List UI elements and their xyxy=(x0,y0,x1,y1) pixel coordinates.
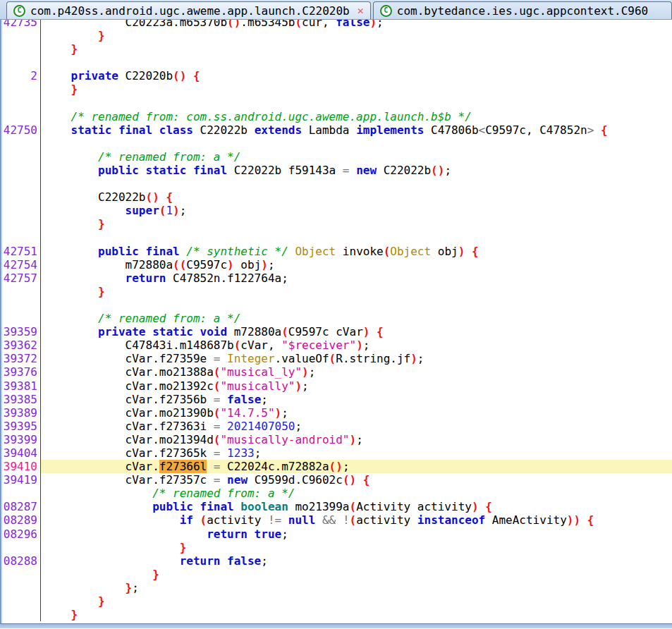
code-token xyxy=(288,245,295,258)
code-line[interactable]: 2 private C22020b() { xyxy=(0,69,672,83)
tab-class-c22020b[interactable]: C com.p420ss.android.ugc.aweme.app.launc… xyxy=(6,1,371,19)
code-editor[interactable]: 42735 C20223a.m65370b().m65345b(cur, fal… xyxy=(0,20,672,623)
code-line[interactable]: } xyxy=(0,594,672,608)
code-line[interactable]: 08289 if (activity != null && !(activity… xyxy=(0,513,672,527)
code-text: }; xyxy=(41,581,672,594)
code-line-highlighted[interactable]: 39410 cVar.f27366l = C22024c.m72882a(); xyxy=(0,460,672,473)
code-line[interactable]: 39399 cVar.mo21394d("musically-android")… xyxy=(0,433,672,446)
code-token: { xyxy=(377,325,384,338)
code-line[interactable]: 42751 public final /* synthetic */ Objec… xyxy=(0,245,672,258)
code-token: Lambda xyxy=(302,123,356,137)
code-line[interactable]: }; xyxy=(0,581,672,594)
code-token: { xyxy=(193,69,200,83)
code-token: boolean xyxy=(240,500,288,513)
code-line[interactable]: 39404 cVar.f27365k = 1233; xyxy=(0,446,672,460)
code-token: cVar.f27365k xyxy=(44,446,214,460)
line-number: 39359 xyxy=(0,325,41,338)
code-line[interactable]: 08287 public final boolean mo21399a(Acti… xyxy=(0,500,672,513)
line-number xyxy=(0,581,41,594)
code-line[interactable]: 39381 cVar.mo21392c("musically"); xyxy=(0,379,672,393)
code-token: 1 xyxy=(166,204,173,217)
code-line[interactable]: /* renamed from: a */ xyxy=(0,312,672,325)
code-token: ; xyxy=(261,554,268,568)
code-token: extends xyxy=(255,123,302,137)
code-line[interactable]: } xyxy=(0,541,672,554)
code-token: ; xyxy=(309,365,316,379)
code-token: () xyxy=(146,190,159,204)
code-line[interactable]: 42757 return C47852n.f122764a; xyxy=(0,271,672,285)
code-line[interactable]: 39385 cVar.f27356b = false; xyxy=(0,393,672,406)
code-text: C20223a.m65370b().m65345b(cur, false); xyxy=(41,20,672,29)
line-number: 42735 xyxy=(0,20,41,29)
code-line[interactable]: 39419 cVar.f27357c = new C9599d.C9602c()… xyxy=(0,473,672,487)
code-token: ) xyxy=(356,338,363,352)
code-line[interactable]: super(1); xyxy=(0,204,672,217)
code-token: m72880a xyxy=(227,325,281,338)
code-token xyxy=(220,393,227,406)
line-number xyxy=(0,487,41,500)
code-line[interactable] xyxy=(0,298,672,312)
code-text: } xyxy=(41,29,672,42)
code-line[interactable]: 42754 m72880a((C9597c) obj); xyxy=(0,258,672,271)
tab-class-c960[interactable]: C com.bytedance.ies.ugc.appcontext.C960 xyxy=(373,1,672,19)
code-line[interactable] xyxy=(0,231,672,245)
code-token: mo21399a xyxy=(288,500,350,513)
code-line[interactable] xyxy=(0,97,672,110)
line-number: 42757 xyxy=(0,271,41,285)
code-text: private C22020b() { xyxy=(41,69,672,83)
code-text: cVar.f27365k = 1233; xyxy=(41,446,672,460)
code-token: } xyxy=(44,42,78,56)
code-line[interactable]: 39362 C47843i.m148687b(cVar, "$receiver"… xyxy=(0,338,672,352)
code-token: "$receiver" xyxy=(281,338,356,352)
code-token: ( xyxy=(329,352,336,365)
line-number: 39395 xyxy=(0,420,41,433)
code-line[interactable]: } xyxy=(0,568,672,581)
code-token: ) xyxy=(295,379,302,393)
code-token: Object xyxy=(390,245,431,258)
code-line[interactable]: public static final C22022b f59143a = ne… xyxy=(0,164,672,177)
line-number: 08296 xyxy=(0,527,41,541)
code-line[interactable] xyxy=(0,137,672,150)
code-token: () xyxy=(329,460,343,473)
code-line[interactable]: C22022b() { xyxy=(0,190,672,204)
code-token: ) xyxy=(369,20,377,29)
code-line[interactable] xyxy=(0,177,672,190)
code-token: } xyxy=(44,83,78,96)
code-line[interactable]: 39376 cVar.mo21388a("musical_ly"); xyxy=(0,365,672,379)
line-number: 39385 xyxy=(0,393,41,406)
code-token: ; xyxy=(281,406,288,420)
code-line[interactable]: } xyxy=(0,217,672,231)
code-token: cur, xyxy=(302,20,336,29)
code-line[interactable]: } xyxy=(0,29,672,42)
code-line[interactable]: } xyxy=(0,83,672,96)
code-line[interactable]: } xyxy=(0,608,672,621)
line-number: 42750 xyxy=(0,123,41,137)
code-token: ; xyxy=(417,352,424,365)
code-line[interactable]: } xyxy=(0,285,672,298)
code-token: private xyxy=(44,69,118,83)
code-line[interactable]: /* renamed from: com.ss.android.ugc.awem… xyxy=(0,110,672,123)
code-line[interactable]: 42750 static final class C22022b extends… xyxy=(0,123,672,137)
code-line[interactable]: 39395 cVar.f27363i = 2021407050; xyxy=(0,420,672,433)
code-line[interactable]: /* renamed from: a */ xyxy=(0,487,672,500)
line-number: 08289 xyxy=(0,513,41,527)
code-line[interactable]: 39389 cVar.mo21390b("14.7.5"); xyxy=(0,406,672,420)
close-tab-icon[interactable]: ✕ xyxy=(358,4,364,17)
code-token xyxy=(159,190,166,204)
code-line[interactable]: } xyxy=(0,42,672,56)
code-token: C22022b xyxy=(193,123,255,137)
code-token: 1233 xyxy=(227,446,255,460)
code-token: cVar.mo21392c xyxy=(44,379,214,393)
line-number xyxy=(0,97,41,110)
code-line[interactable]: 42735 C20223a.m65370b().m65345b(cur, fal… xyxy=(0,20,672,29)
code-line[interactable]: /* renamed from: a */ xyxy=(0,150,672,164)
code-line[interactable]: 39372 cVar.f27359e = Integer.valueOf(R.s… xyxy=(0,352,672,365)
horizontal-scrollbar[interactable] xyxy=(0,623,672,628)
line-number xyxy=(0,541,41,554)
code-token: ; xyxy=(255,446,262,460)
code-line[interactable]: 39359 private static void m72880a(C9597c… xyxy=(0,325,672,338)
code-line[interactable]: 08288 return false; xyxy=(0,554,672,568)
code-text: m72880a((C9597c) obj); xyxy=(41,258,672,271)
code-line[interactable]: 08296 return true; xyxy=(0,527,672,541)
code-line[interactable] xyxy=(0,56,672,69)
